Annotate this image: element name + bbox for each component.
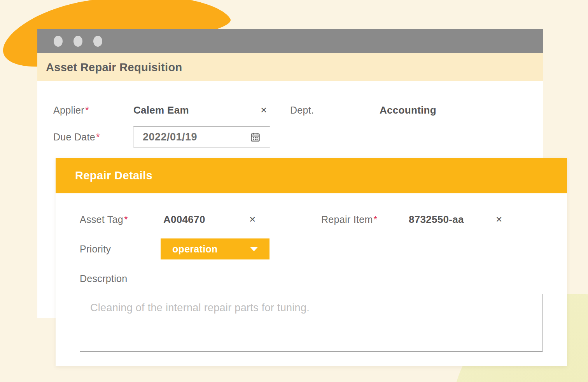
applier-clear-icon[interactable]: × [261,105,267,116]
applier-label: Applier* [53,105,89,116]
dept-label: Dept. [290,105,314,116]
dept-value: Accounting [380,104,436,116]
form-row-applier: Applier* Calem Eam × Dept. Accounting [37,102,543,119]
chevron-down-icon [250,247,258,251]
window-titlebar [37,29,543,53]
priority-dropdown[interactable]: operation [161,238,270,259]
repair-item-field[interactable]: 8732550-aa [409,214,464,226]
calendar-icon[interactable] [250,132,261,142]
due-date-value: 2022/01/19 [143,131,197,143]
description-label: Descrption [80,273,128,284]
asset-tag-label: Asset Tag* [80,214,128,225]
window-control-dot[interactable] [54,36,63,47]
repair-item-label: Repair Item* [321,214,377,225]
window-control-dot[interactable] [74,36,82,47]
due-date-input[interactable]: 2022/01/19 [133,126,270,147]
repair-details-title: Repair Details [75,169,152,182]
description-textarea[interactable] [80,294,543,352]
required-asterisk: * [85,105,89,116]
required-asterisk: * [96,131,100,142]
repair-item-clear-icon[interactable]: × [496,214,502,225]
page-title: Asset Repair Requisition [46,61,182,74]
applier-field[interactable]: Calem Eam [133,104,189,116]
form-row-asset: Asset Tag* A004670 × Repair Item* 873255… [56,211,567,228]
asset-tag-field[interactable]: A004670 [163,214,205,226]
repair-details-panel: Repair Details Asset Tag* A004670 × Repa… [56,158,567,366]
page-header: Asset Repair Requisition [37,53,543,81]
required-asterisk: * [374,214,378,225]
window-control-dot[interactable] [93,36,102,47]
asset-tag-clear-icon[interactable]: × [249,214,256,225]
form-row-due-date: Due Date* 2022/01/19 [37,126,543,147]
priority-label: Priority [80,244,111,255]
due-date-label: Due Date* [53,131,100,143]
repair-details-header: Repair Details [56,158,567,193]
required-asterisk: * [124,214,128,225]
form-row-priority: Priority operation [56,238,567,259]
priority-selected-value: operation [172,244,218,255]
